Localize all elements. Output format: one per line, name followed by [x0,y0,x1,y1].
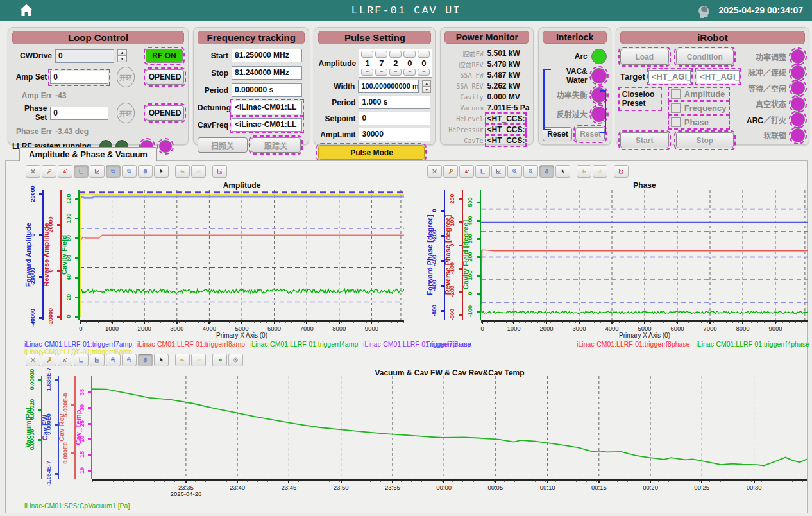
crosshair-icon[interactable] [74,354,89,366]
spin-down-icon[interactable]: ▼ [422,87,432,93]
target-field-1[interactable]: <HT_AGI_ [648,70,691,83]
stairs-chart-icon[interactable] [491,165,506,178]
legend-entry[interactable]: iLinac-CM01:LLRF-01:triggerrf8amp [137,340,245,348]
snapshot-icon[interactable] [614,165,629,178]
phase-opened-button[interactable]: OPENED [146,105,184,121]
digit-plus-button[interactable] [375,51,387,58]
phase-open-loop-button[interactable]: 开环 [117,103,135,123]
digit-plus-button[interactable] [418,51,430,58]
checkbox[interactable] [671,117,681,127]
undo-icon[interactable] [175,165,190,178]
snapshot-icon[interactable] [212,165,227,178]
amplimit-input[interactable]: 30000 [359,128,430,141]
home-icon[interactable] [18,3,35,18]
pan-icon[interactable] [138,165,153,178]
cwdrive-spinner[interactable]: ▲▼ [117,49,127,62]
redo-icon[interactable] [191,165,206,178]
legend-entry[interactable]: iLinac-CM01:LLRF-01:triggerrf7amp [24,340,132,348]
tab-amplitude-phase-vacuum[interactable]: Amplitude & Phase & Vacuum [19,147,157,161]
setpoint-input[interactable]: 0 [359,112,430,125]
crosshair-icon[interactable] [475,165,490,178]
plot-area[interactable] [481,190,808,320]
digit-minus-button[interactable]: − [361,69,373,76]
width-input[interactable]: 100.000000000 m [358,80,418,93]
load-button[interactable]: Load [620,49,669,65]
plot-area[interactable] [80,190,404,320]
amplitude-digit-spinner[interactable]: 1 − 7 − 2 − 0 − 0 − [359,49,432,78]
amp-opened-button[interactable]: OPENED [146,69,184,85]
width-spinner[interactable]: ▲▼ [422,80,432,93]
annotation-icon[interactable]: A [58,354,72,366]
amp-open-loop-button[interactable]: 开环 [117,67,135,87]
undo-icon[interactable] [577,165,591,178]
freq-row-value[interactable]: <iLinac-CM01:LL [232,101,302,114]
tools-icon[interactable] [26,354,40,366]
tools-icon[interactable] [26,165,40,178]
brain-head-icon[interactable] [695,2,712,19]
condition-button[interactable]: Condition [676,49,734,65]
closeloop-preset-box[interactable]: Closeloo Preset [620,89,660,109]
spin-up-icon[interactable]: ▲ [422,80,432,87]
spin-up-icon[interactable]: ▲ [117,49,127,56]
legend-entry[interactable]: iLinac-CM01:LLRF-01:triggerrf8phase [577,340,689,348]
track-off-button[interactable]: 跟踪关 [251,137,301,153]
spin-down-icon[interactable]: ▼ [117,56,127,62]
freq-row-value[interactable]: 81.240000 MHz [232,66,302,80]
sweep-off-button[interactable]: 扫频关 [198,137,248,153]
digit-plus-button[interactable] [389,51,402,58]
zoom-out-icon[interactable] [122,354,137,366]
pointer-icon[interactable] [555,165,570,178]
annotation-icon[interactable]: A [459,165,474,178]
checkbox[interactable] [671,103,681,113]
cwdrive-input[interactable]: 0 [55,49,114,63]
start-button[interactable]: Start [620,132,669,148]
wrench-icon[interactable] [42,354,56,366]
annotation-icon[interactable]: A [58,165,72,178]
plot-area[interactable] [92,376,807,479]
legend-entry[interactable]: Triggerf7phase [426,340,471,348]
target-field-2[interactable]: <HT_AGI_ [697,70,740,83]
digit-plus-button[interactable] [361,51,373,58]
amp-set-input[interactable]: 0 [50,71,108,84]
pan-icon[interactable] [539,165,554,178]
zoom-in-icon[interactable] [106,165,121,178]
stairs-chart-icon[interactable] [90,354,105,366]
wrench-icon[interactable] [443,165,458,178]
undo-icon[interactable] [175,354,190,366]
freq-row-value[interactable]: <iLinac-CM01:LL [232,118,302,132]
legend-entry[interactable]: iLinac-CM01:LLRF-01:triggerrf4phase [696,340,809,348]
freq-row-value[interactable]: 81.250000 MHz [232,49,302,62]
tools-icon[interactable] [427,165,442,178]
period-input[interactable]: 1.000 s [359,96,430,109]
clock-icon[interactable] [228,354,243,366]
checkbox[interactable] [671,89,681,99]
digit-minus-button[interactable]: − [375,69,387,76]
pan-icon[interactable] [138,354,153,366]
zoom-out-icon[interactable] [523,165,538,178]
pulse-mode-button[interactable]: Pulse Mode [318,145,425,160]
jump-back-icon[interactable] [212,354,227,366]
stop-button[interactable]: Stop [676,132,734,148]
crosshair-icon[interactable] [74,165,89,178]
redo-icon[interactable] [191,354,206,366]
digit-minus-button[interactable]: − [389,69,402,76]
legend-entry[interactable]: iLinac-CM01:SPS:CpVacuum1 [Pa] [24,502,130,510]
phase-set-input[interactable]: 0 [50,107,108,120]
preset-check-row[interactable]: Phase [670,117,728,128]
legend-entry[interactable]: iLinac-CM01:LLRF-01:triggerrf4amp [250,340,358,348]
stairs-chart-icon[interactable] [90,165,105,178]
pointer-icon[interactable] [154,165,169,178]
zoom-out-icon[interactable] [122,165,137,178]
preset-check-row[interactable]: Frequency [670,103,728,114]
digit-minus-button[interactable]: − [403,69,416,76]
digit-plus-button[interactable] [403,51,416,58]
pointer-icon[interactable] [154,354,169,366]
zoom-in-icon[interactable] [106,354,121,366]
freq-row-value[interactable]: 0.000000 s [232,83,302,97]
redo-icon[interactable] [593,165,607,178]
rf-on-button[interactable]: RF ON [146,49,183,63]
preset-check-row[interactable]: Amplitude [670,89,728,99]
wrench-icon[interactable] [42,165,56,178]
zoom-in-icon[interactable] [507,165,522,178]
digit-minus-button[interactable]: − [418,69,430,76]
